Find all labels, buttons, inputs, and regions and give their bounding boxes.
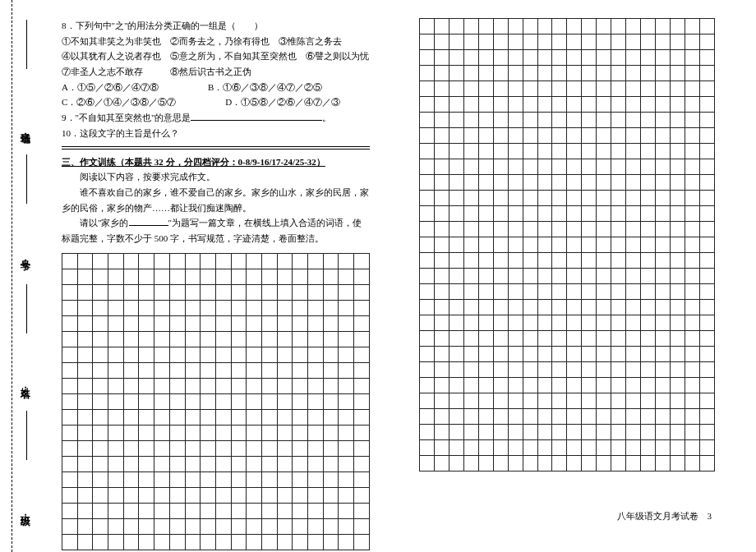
grid-cell bbox=[641, 50, 656, 66]
grid-cell bbox=[62, 518, 78, 534]
grid-cell bbox=[597, 331, 611, 347]
grid-cell bbox=[420, 378, 435, 393]
grid-cell bbox=[123, 347, 139, 362]
grid-cell bbox=[611, 222, 626, 237]
grid-cell bbox=[508, 253, 523, 269]
grid-cell bbox=[508, 222, 523, 237]
grid-cell bbox=[656, 440, 671, 456]
grid-cell bbox=[626, 315, 641, 331]
grid-cell bbox=[567, 409, 582, 425]
grid-cell bbox=[449, 66, 463, 81]
grid-cell bbox=[493, 425, 508, 440]
grid-cell bbox=[537, 159, 552, 175]
grid-cell bbox=[552, 440, 567, 456]
grid-cell bbox=[552, 300, 567, 315]
grid-cell bbox=[478, 19, 493, 34]
grid-cell bbox=[123, 472, 139, 487]
grid-cell bbox=[201, 362, 216, 378]
grid-cell bbox=[339, 331, 354, 347]
grid-cell bbox=[108, 518, 124, 534]
grid-cell bbox=[77, 347, 93, 362]
grid-cell bbox=[656, 409, 671, 425]
grid-cell bbox=[597, 66, 611, 81]
grid-cell bbox=[277, 534, 293, 550]
grid-cell bbox=[261, 269, 277, 284]
grid-cell bbox=[169, 284, 185, 300]
grid-cell bbox=[339, 409, 354, 425]
grid-cell bbox=[493, 81, 508, 97]
left-writing-grid bbox=[62, 253, 370, 550]
grid-cell bbox=[354, 284, 370, 300]
grid-cell bbox=[185, 487, 201, 503]
grid-cell bbox=[597, 222, 611, 237]
grid-cell bbox=[597, 409, 611, 425]
grid-cell bbox=[354, 503, 370, 518]
grid-cell bbox=[293, 269, 308, 284]
section3-p3a: 请以"家乡的 bbox=[80, 218, 129, 228]
grid-cell bbox=[434, 222, 449, 237]
grid-cell bbox=[670, 456, 685, 472]
grid-cell bbox=[641, 440, 656, 456]
grid-cell bbox=[277, 425, 293, 440]
grid-cell bbox=[93, 487, 108, 503]
grid-cell bbox=[169, 534, 185, 550]
grid-cell bbox=[261, 534, 277, 550]
grid-cell bbox=[93, 253, 108, 269]
grid-cell bbox=[582, 237, 597, 253]
grid-cell bbox=[597, 440, 611, 456]
grid-cell bbox=[420, 34, 435, 50]
grid-cell bbox=[434, 50, 449, 66]
grid-cell bbox=[670, 362, 685, 378]
grid-cell bbox=[231, 487, 247, 503]
grid-cell bbox=[641, 284, 656, 300]
grid-cell bbox=[537, 456, 552, 472]
grid-cell bbox=[656, 34, 671, 50]
grid-cell bbox=[339, 347, 354, 362]
grid-cell bbox=[493, 34, 508, 50]
grid-cell bbox=[215, 472, 231, 487]
grid-cell bbox=[201, 472, 216, 487]
grid-cell bbox=[567, 456, 582, 472]
grid-cell bbox=[323, 409, 339, 425]
grid-cell bbox=[641, 362, 656, 378]
grid-cell bbox=[626, 50, 641, 66]
grid-cell bbox=[93, 347, 108, 362]
grid-cell bbox=[434, 440, 449, 456]
grid-cell bbox=[478, 175, 493, 191]
grid-cell bbox=[670, 206, 685, 222]
grid-cell bbox=[493, 237, 508, 253]
grid-cell bbox=[699, 284, 714, 300]
grid-cell bbox=[656, 144, 671, 159]
grid-cell bbox=[656, 191, 671, 206]
grid-cell bbox=[420, 409, 435, 425]
grid-cell bbox=[685, 237, 699, 253]
grid-cell bbox=[582, 362, 597, 378]
grid-cell bbox=[463, 425, 478, 440]
grid-cell bbox=[154, 440, 170, 456]
grid-cell bbox=[123, 331, 139, 347]
grid-cell bbox=[77, 456, 93, 472]
grid-cell bbox=[508, 456, 523, 472]
grid-cell bbox=[523, 34, 537, 50]
grid-cell bbox=[641, 175, 656, 191]
grid-cell bbox=[478, 144, 493, 159]
grid-cell bbox=[699, 237, 714, 253]
grid-cell bbox=[597, 347, 611, 362]
q8-line3: ⑦非圣人之志不敢存 ⑧然后识古书之正伪 bbox=[62, 64, 370, 80]
grid-cell bbox=[293, 534, 308, 550]
grid-cell bbox=[185, 284, 201, 300]
grid-cell bbox=[261, 409, 277, 425]
grid-cell bbox=[215, 300, 231, 315]
grid-cell bbox=[508, 409, 523, 425]
grid-cell bbox=[169, 487, 185, 503]
grid-cell bbox=[537, 19, 552, 34]
grid-cell bbox=[231, 518, 247, 534]
grid-cell bbox=[508, 284, 523, 300]
grid-cell bbox=[154, 425, 170, 440]
grid-cell bbox=[261, 315, 277, 331]
grid-cell bbox=[597, 81, 611, 97]
grid-cell bbox=[597, 425, 611, 440]
grid-cell bbox=[537, 128, 552, 144]
grid-cell bbox=[552, 191, 567, 206]
side-label-shichang: 试场号： bbox=[18, 125, 32, 138]
